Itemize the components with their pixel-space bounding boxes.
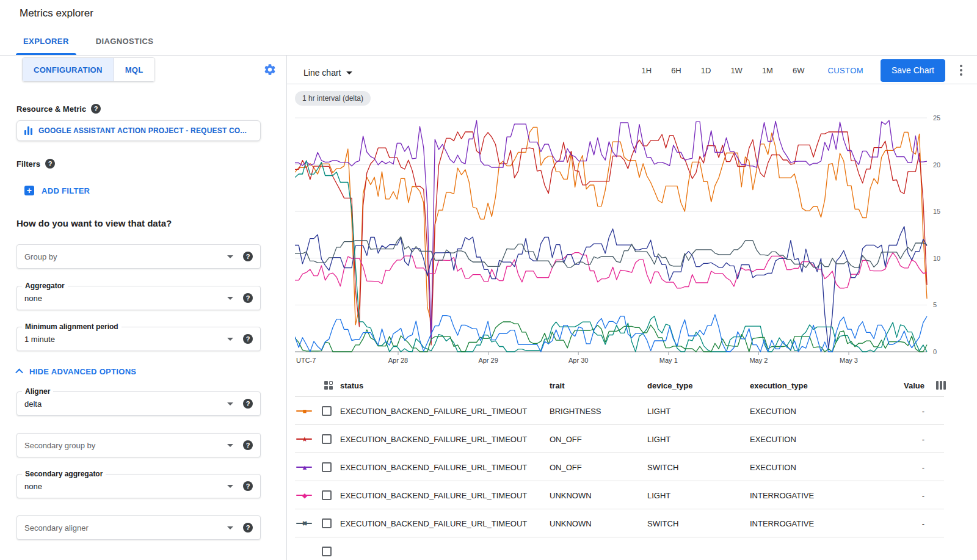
more-options-icon[interactable] [954,63,968,78]
column-header-execution-type: execution_type [750,381,808,390]
tab-explorer[interactable]: EXPLORER [10,27,82,55]
editor-mode-switch: CONFIGURATION MQL [22,57,155,82]
time-range-1m[interactable]: 1M [752,59,783,81]
cell-trait: ON_OFF [550,435,582,444]
bar-chart-icon [24,126,32,135]
filters-section: Filters [16,159,55,169]
legend-table-header: status trait device_type execution_type … [295,374,977,397]
chart-canvas: 0510152025UTC-7Apr 28Apr 29Apr 30May 1Ma… [295,112,954,371]
cell-status: EXECUTION_BACKEND_FAILURE_URL_TIMEOUT [340,435,527,444]
cell-value: - [922,435,924,444]
resource-metric-button[interactable]: GOOGLE ASSISTANT ACTION PROJECT - REQUES… [16,120,261,141]
column-header-trait: trait [550,381,565,390]
svg-text:25: 25 [933,114,940,122]
series-marker: ★ [296,435,313,443]
legend-rows: ■ EXECUTION_BACKEND_FAILURE_URL_TIMEOUT … [295,397,977,560]
view-data-question: How do you want to view that data? [16,218,172,228]
secondary-aligner-value: Secondary aligner [24,523,227,533]
add-filter-button[interactable]: ADD FILTER [24,186,90,195]
metrics-line-chart[interactable]: 0510152025UTC-7Apr 28Apr 29Apr 30May 1Ma… [295,112,954,371]
table-row[interactable]: ★ EXECUTION_BACKEND_FAILURE_URL_TIMEOUT … [295,425,977,453]
aggregator-select[interactable]: Aggregator none [16,286,261,310]
configuration-mode-button[interactable]: CONFIGURATION [23,58,114,81]
help-icon[interactable] [243,523,253,533]
time-range-1w[interactable]: 1W [721,59,752,81]
cell-execution-type: INTERROGATIVE [750,491,814,500]
cell-trait: BRIGHTNESS [550,407,601,416]
chevron-down-icon [346,71,352,75]
chevron-down-icon [227,402,233,405]
legend-toggle-icon[interactable] [324,381,333,390]
help-icon[interactable] [243,481,253,491]
page-title: Metrics explorer [20,7,93,20]
cell-value: - [922,491,924,500]
help-icon[interactable] [243,252,253,261]
help-icon[interactable] [243,334,253,344]
help-icon[interactable] [243,440,253,450]
secondary-aggregator-select[interactable]: Secondary aggregator none [16,474,261,498]
min-alignment-period-select[interactable]: Minimum alignment period 1 minute [16,327,261,351]
time-range-1h[interactable]: 1H [632,59,662,81]
aggregator-value: none [24,294,227,303]
tab-diagnostics[interactable]: DIAGNOSTICS [82,27,167,55]
cell-device-type: LIGHT [647,407,670,416]
cell-execution-type: INTERROGATIVE [750,519,814,528]
table-row[interactable]: ▲ EXECUTION_BACKEND_FAILURE_URL_TIMEOUT … [295,453,977,481]
secondary-group-by-select[interactable]: Secondary group by [16,433,261,457]
row-checkbox[interactable] [322,434,332,444]
chevron-down-icon [227,338,233,341]
aligner-select[interactable]: Aligner delta [16,391,261,416]
min-alignment-period-value: 1 minute [24,335,227,344]
save-chart-button[interactable]: Save Chart [881,59,945,82]
row-checkbox[interactable] [322,547,332,556]
svg-text:Apr 30: Apr 30 [568,357,588,364]
time-range-6h[interactable]: 6H [661,59,691,81]
time-range-1d[interactable]: 1D [691,59,721,81]
row-checkbox[interactable] [322,518,332,528]
cell-execution-type: EXECUTION [750,407,796,416]
row-checkbox[interactable] [322,462,332,472]
chevron-down-icon [227,526,233,529]
mql-mode-button[interactable]: MQL [114,58,154,81]
tab-diagnostics-label: DIAGNOSTICS [96,37,154,46]
add-filter-label: ADD FILTER [42,186,90,195]
secondary-aligner-select[interactable]: Secondary aligner [16,515,261,540]
chevron-up-icon [15,369,23,377]
row-checkbox[interactable] [322,406,332,416]
cell-execution-type: EXECUTION [750,435,796,444]
chevron-down-icon [227,255,233,258]
metrics-explorer-page: Metrics explorer EXPLORER DIAGNOSTICS CO… [0,0,977,560]
settings-gear-icon[interactable] [263,63,277,76]
metric-button-label: GOOGLE ASSISTANT ACTION PROJECT - REQUES… [38,126,247,135]
column-header-value: Value [904,381,924,390]
hide-advanced-options-toggle[interactable]: HIDE ADVANCED OPTIONS [16,367,136,376]
group-by-select[interactable]: Group by [16,244,261,269]
table-row[interactable]: ◆ EXECUTION_BACKEND_FAILURE_URL_TIMEOUT … [295,481,977,509]
chevron-down-icon [227,485,233,488]
help-icon[interactable] [45,159,55,169]
table-row[interactable]: ✖ EXECUTION_BACKEND_FAILURE_URL_TIMEOUT … [295,509,977,537]
group-by-value: Group by [24,252,227,261]
help-icon[interactable] [91,104,101,114]
svg-text:Apr 29: Apr 29 [478,357,498,364]
row-checkbox[interactable] [322,490,332,500]
table-row[interactable]: ■ EXECUTION_BACKEND_FAILURE_URL_TIMEOUT … [295,397,977,425]
hide-advanced-options-label: HIDE ADVANCED OPTIONS [29,367,136,376]
table-row[interactable] [295,537,977,560]
resource-metric-section: Resource & Metric [16,104,101,114]
filters-label: Filters [16,159,40,169]
min-alignment-period-label: Minimum alignment period [22,322,122,331]
chart-type-dropdown[interactable]: Line chart [303,62,352,84]
help-icon[interactable] [243,293,253,303]
cell-value: - [922,463,924,472]
help-icon[interactable] [243,399,253,409]
chart-type-label: Line chart [303,68,341,78]
time-range-6w[interactable]: 6W [783,59,815,81]
svg-text:5: 5 [933,301,937,308]
svg-text:UTC-7: UTC-7 [296,357,316,364]
cell-status: EXECUTION_BACKEND_FAILURE_URL_TIMEOUT [340,463,527,472]
series-marker: ■ [296,407,313,415]
time-range-custom[interactable]: CUSTOM [818,59,873,81]
column-settings-icon[interactable] [936,381,946,390]
cell-status: EXECUTION_BACKEND_FAILURE_URL_TIMEOUT [340,407,527,416]
